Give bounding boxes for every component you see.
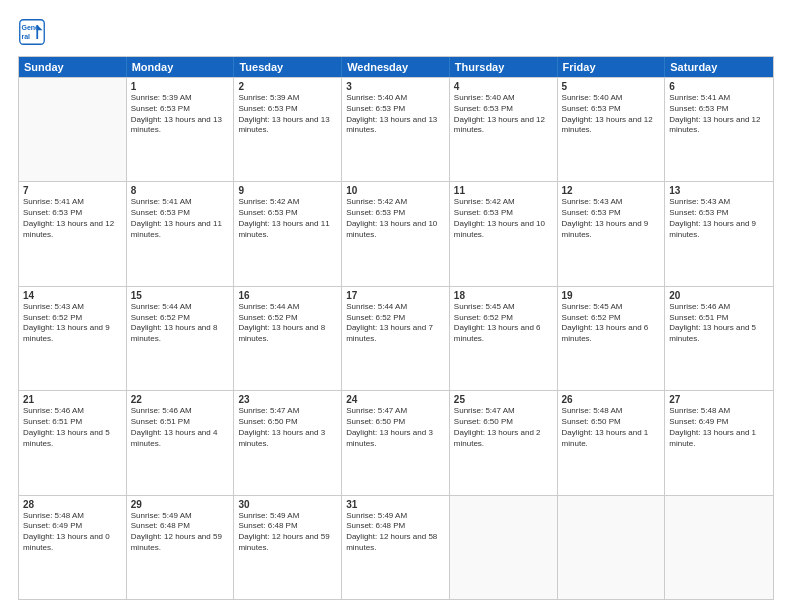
day-number: 21 <box>23 394 122 405</box>
cell-info: Sunrise: 5:45 AM Sunset: 6:52 PM Dayligh… <box>562 302 661 345</box>
calendar-cell-5: 5Sunrise: 5:40 AM Sunset: 6:53 PM Daylig… <box>558 78 666 181</box>
logo: Gene ral <box>18 18 50 46</box>
calendar-cell-15: 15Sunrise: 5:44 AM Sunset: 6:52 PM Dayli… <box>127 287 235 390</box>
cell-info: Sunrise: 5:43 AM Sunset: 6:53 PM Dayligh… <box>562 197 661 240</box>
calendar-cell-10: 10Sunrise: 5:42 AM Sunset: 6:53 PM Dayli… <box>342 182 450 285</box>
day-number: 25 <box>454 394 553 405</box>
day-number: 24 <box>346 394 445 405</box>
day-number: 26 <box>562 394 661 405</box>
calendar-week-4: 21Sunrise: 5:46 AM Sunset: 6:51 PM Dayli… <box>19 390 773 494</box>
calendar-cell-3: 3Sunrise: 5:40 AM Sunset: 6:53 PM Daylig… <box>342 78 450 181</box>
cell-info: Sunrise: 5:47 AM Sunset: 6:50 PM Dayligh… <box>454 406 553 449</box>
calendar-cell-29: 29Sunrise: 5:49 AM Sunset: 6:48 PM Dayli… <box>127 496 235 599</box>
calendar-cell-22: 22Sunrise: 5:46 AM Sunset: 6:51 PM Dayli… <box>127 391 235 494</box>
day-number: 15 <box>131 290 230 301</box>
day-number: 18 <box>454 290 553 301</box>
calendar-cell-26: 26Sunrise: 5:48 AM Sunset: 6:50 PM Dayli… <box>558 391 666 494</box>
calendar-cell-28: 28Sunrise: 5:48 AM Sunset: 6:49 PM Dayli… <box>19 496 127 599</box>
day-header-tuesday: Tuesday <box>234 57 342 77</box>
day-number: 12 <box>562 185 661 196</box>
calendar-cell-8: 8Sunrise: 5:41 AM Sunset: 6:53 PM Daylig… <box>127 182 235 285</box>
day-number: 6 <box>669 81 769 92</box>
cell-info: Sunrise: 5:49 AM Sunset: 6:48 PM Dayligh… <box>238 511 337 554</box>
calendar: SundayMondayTuesdayWednesdayThursdayFrid… <box>18 56 774 600</box>
day-number: 30 <box>238 499 337 510</box>
cell-info: Sunrise: 5:39 AM Sunset: 6:53 PM Dayligh… <box>131 93 230 136</box>
page: Gene ral SundayMondayTuesdayWednesdayThu… <box>0 0 792 612</box>
day-number: 22 <box>131 394 230 405</box>
day-header-friday: Friday <box>558 57 666 77</box>
day-number: 16 <box>238 290 337 301</box>
cell-info: Sunrise: 5:41 AM Sunset: 6:53 PM Dayligh… <box>131 197 230 240</box>
day-number: 17 <box>346 290 445 301</box>
cell-info: Sunrise: 5:40 AM Sunset: 6:53 PM Dayligh… <box>454 93 553 136</box>
day-header-monday: Monday <box>127 57 235 77</box>
day-number: 23 <box>238 394 337 405</box>
day-number: 29 <box>131 499 230 510</box>
day-number: 9 <box>238 185 337 196</box>
day-header-thursday: Thursday <box>450 57 558 77</box>
calendar-cell-20: 20Sunrise: 5:46 AM Sunset: 6:51 PM Dayli… <box>665 287 773 390</box>
cell-info: Sunrise: 5:49 AM Sunset: 6:48 PM Dayligh… <box>131 511 230 554</box>
calendar-cell-30: 30Sunrise: 5:49 AM Sunset: 6:48 PM Dayli… <box>234 496 342 599</box>
calendar-cell-27: 27Sunrise: 5:48 AM Sunset: 6:49 PM Dayli… <box>665 391 773 494</box>
cell-info: Sunrise: 5:39 AM Sunset: 6:53 PM Dayligh… <box>238 93 337 136</box>
calendar-cell-18: 18Sunrise: 5:45 AM Sunset: 6:52 PM Dayli… <box>450 287 558 390</box>
day-number: 3 <box>346 81 445 92</box>
calendar-cell-16: 16Sunrise: 5:44 AM Sunset: 6:52 PM Dayli… <box>234 287 342 390</box>
cell-info: Sunrise: 5:44 AM Sunset: 6:52 PM Dayligh… <box>131 302 230 345</box>
cell-info: Sunrise: 5:45 AM Sunset: 6:52 PM Dayligh… <box>454 302 553 345</box>
calendar-cell-7: 7Sunrise: 5:41 AM Sunset: 6:53 PM Daylig… <box>19 182 127 285</box>
calendar-cell-12: 12Sunrise: 5:43 AM Sunset: 6:53 PM Dayli… <box>558 182 666 285</box>
cell-info: Sunrise: 5:48 AM Sunset: 6:49 PM Dayligh… <box>669 406 769 449</box>
cell-info: Sunrise: 5:46 AM Sunset: 6:51 PM Dayligh… <box>131 406 230 449</box>
day-header-sunday: Sunday <box>19 57 127 77</box>
day-number: 11 <box>454 185 553 196</box>
cell-info: Sunrise: 5:48 AM Sunset: 6:50 PM Dayligh… <box>562 406 661 449</box>
calendar-cell-empty-6 <box>665 496 773 599</box>
calendar-week-1: 1Sunrise: 5:39 AM Sunset: 6:53 PM Daylig… <box>19 77 773 181</box>
calendar-cell-13: 13Sunrise: 5:43 AM Sunset: 6:53 PM Dayli… <box>665 182 773 285</box>
cell-info: Sunrise: 5:44 AM Sunset: 6:52 PM Dayligh… <box>346 302 445 345</box>
calendar-week-3: 14Sunrise: 5:43 AM Sunset: 6:52 PM Dayli… <box>19 286 773 390</box>
calendar-cell-24: 24Sunrise: 5:47 AM Sunset: 6:50 PM Dayli… <box>342 391 450 494</box>
calendar-cell-14: 14Sunrise: 5:43 AM Sunset: 6:52 PM Dayli… <box>19 287 127 390</box>
calendar-cell-25: 25Sunrise: 5:47 AM Sunset: 6:50 PM Dayli… <box>450 391 558 494</box>
day-number: 20 <box>669 290 769 301</box>
cell-info: Sunrise: 5:42 AM Sunset: 6:53 PM Dayligh… <box>454 197 553 240</box>
calendar-cell-23: 23Sunrise: 5:47 AM Sunset: 6:50 PM Dayli… <box>234 391 342 494</box>
calendar-week-2: 7Sunrise: 5:41 AM Sunset: 6:53 PM Daylig… <box>19 181 773 285</box>
day-number: 8 <box>131 185 230 196</box>
day-number: 13 <box>669 185 769 196</box>
day-header-saturday: Saturday <box>665 57 773 77</box>
cell-info: Sunrise: 5:44 AM Sunset: 6:52 PM Dayligh… <box>238 302 337 345</box>
cell-info: Sunrise: 5:41 AM Sunset: 6:53 PM Dayligh… <box>23 197 122 240</box>
calendar-cell-4: 4Sunrise: 5:40 AM Sunset: 6:53 PM Daylig… <box>450 78 558 181</box>
cell-info: Sunrise: 5:40 AM Sunset: 6:53 PM Dayligh… <box>346 93 445 136</box>
calendar-cell-19: 19Sunrise: 5:45 AM Sunset: 6:52 PM Dayli… <box>558 287 666 390</box>
cell-info: Sunrise: 5:48 AM Sunset: 6:49 PM Dayligh… <box>23 511 122 554</box>
cell-info: Sunrise: 5:46 AM Sunset: 6:51 PM Dayligh… <box>23 406 122 449</box>
day-number: 28 <box>23 499 122 510</box>
calendar-cell-6: 6Sunrise: 5:41 AM Sunset: 6:53 PM Daylig… <box>665 78 773 181</box>
header: Gene ral <box>18 18 774 46</box>
day-number: 5 <box>562 81 661 92</box>
cell-info: Sunrise: 5:41 AM Sunset: 6:53 PM Dayligh… <box>669 93 769 136</box>
day-number: 7 <box>23 185 122 196</box>
cell-info: Sunrise: 5:42 AM Sunset: 6:53 PM Dayligh… <box>346 197 445 240</box>
calendar-body: 1Sunrise: 5:39 AM Sunset: 6:53 PM Daylig… <box>19 77 773 599</box>
calendar-cell-2: 2Sunrise: 5:39 AM Sunset: 6:53 PM Daylig… <box>234 78 342 181</box>
calendar-cell-9: 9Sunrise: 5:42 AM Sunset: 6:53 PM Daylig… <box>234 182 342 285</box>
cell-info: Sunrise: 5:43 AM Sunset: 6:53 PM Dayligh… <box>669 197 769 240</box>
calendar-cell-11: 11Sunrise: 5:42 AM Sunset: 6:53 PM Dayli… <box>450 182 558 285</box>
day-number: 2 <box>238 81 337 92</box>
calendar-week-5: 28Sunrise: 5:48 AM Sunset: 6:49 PM Dayli… <box>19 495 773 599</box>
cell-info: Sunrise: 5:43 AM Sunset: 6:52 PM Dayligh… <box>23 302 122 345</box>
day-number: 19 <box>562 290 661 301</box>
day-number: 1 <box>131 81 230 92</box>
calendar-cell-1: 1Sunrise: 5:39 AM Sunset: 6:53 PM Daylig… <box>127 78 235 181</box>
cell-info: Sunrise: 5:47 AM Sunset: 6:50 PM Dayligh… <box>238 406 337 449</box>
day-number: 31 <box>346 499 445 510</box>
calendar-header: SundayMondayTuesdayWednesdayThursdayFrid… <box>19 57 773 77</box>
day-header-wednesday: Wednesday <box>342 57 450 77</box>
